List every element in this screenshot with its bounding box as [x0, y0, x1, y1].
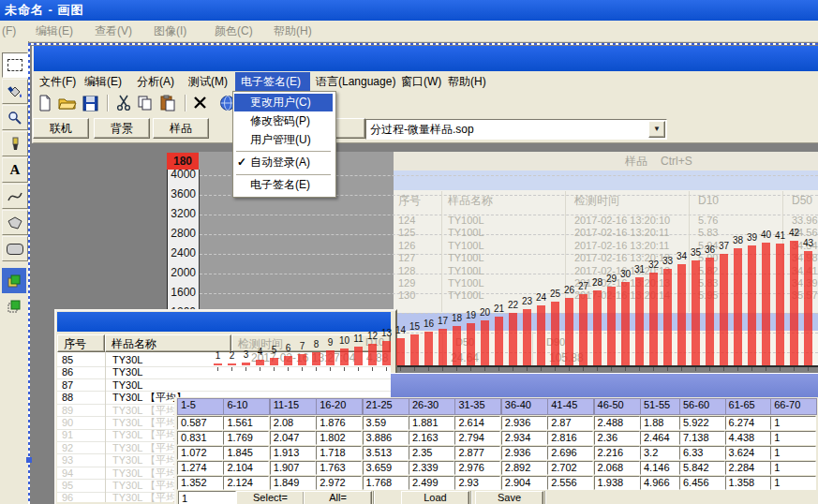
load-button[interactable]: Load	[401, 491, 469, 504]
data-cell[interactable]: 1.763	[316, 461, 362, 475]
data-cell[interactable]: 2.976	[454, 461, 500, 475]
controls-separator-3	[544, 491, 546, 504]
data-column-header[interactable]: 41-45	[547, 398, 594, 415]
data-cell[interactable]: 2.614	[454, 416, 500, 430]
menu-separator-1	[236, 151, 331, 152]
data-cell[interactable]: 1.907	[270, 461, 316, 475]
save-data-button[interactable]: Save	[475, 491, 543, 504]
data-column-header[interactable]: 61-65	[725, 398, 772, 415]
data-cell[interactable]: 2.972	[316, 476, 362, 490]
controls-separator-1	[373, 491, 375, 504]
data-cell[interactable]: 3.886	[363, 431, 409, 445]
data-cell[interactable]: 2.934	[501, 431, 547, 445]
data-column-header[interactable]: 11-15	[270, 398, 317, 415]
data-cell[interactable]: 2.08	[270, 416, 316, 430]
data-cell[interactable]: 3.59	[363, 416, 409, 430]
data-cell[interactable]: 6.33	[679, 446, 725, 460]
data-cell[interactable]: 5.922	[679, 416, 725, 430]
data-cell[interactable]: 2.104	[223, 461, 269, 475]
data-column-header[interactable]: 1-5	[177, 398, 224, 415]
data-cell[interactable]: 1.561	[223, 416, 269, 430]
data-cell[interactable]: 1.876	[316, 416, 362, 430]
data-column-header[interactable]: 46-50	[594, 398, 641, 415]
data-cell[interactable]: 1	[770, 461, 816, 475]
menu-item-user-management[interactable]: 用户管理(U)	[250, 134, 311, 145]
data-cell[interactable]: 1.718	[316, 446, 362, 460]
menu-item-change-password[interactable]: 修改密码(P)	[250, 115, 310, 126]
data-cell[interactable]: 1.881	[409, 416, 454, 430]
data-column-header[interactable]: 6-10	[223, 398, 270, 415]
menu-item-autologin[interactable]: 自动登录(A)	[250, 156, 310, 168]
data-cell[interactable]: 2.556	[547, 476, 593, 490]
select-all-button[interactable]: All=	[304, 491, 372, 504]
data-cell[interactable]: 2.499	[409, 476, 454, 490]
data-cell[interactable]: 1	[770, 431, 816, 445]
data-column-header[interactable]: 56-60	[679, 398, 726, 415]
data-cell[interactable]: 3.513	[363, 446, 409, 460]
data-cell[interactable]: 2.816	[547, 431, 593, 445]
data-cell[interactable]: 2.35	[409, 446, 454, 460]
data-cell[interactable]: 2.339	[409, 461, 454, 475]
menu-separator-2	[236, 174, 331, 175]
data-cell[interactable]: 2.284	[725, 461, 771, 475]
menu-item-autologin-check: ✓	[237, 156, 246, 168]
data-column-header[interactable]: 21-25	[363, 398, 409, 415]
data-cell[interactable]: 2.068	[594, 461, 640, 475]
data-cell[interactable]: 1.768	[363, 476, 409, 490]
data-cell[interactable]: 1.358	[725, 476, 771, 490]
data-cell[interactable]: 2.36	[594, 431, 640, 445]
data-cell[interactable]: 2.904	[501, 476, 547, 490]
data-cell[interactable]: 2.216	[594, 446, 640, 460]
data-cell[interactable]: 6.274	[725, 416, 771, 430]
select-rows-button[interactable]: Select=	[236, 491, 305, 504]
menu-item-change-user[interactable]: 更改用户(C)	[234, 94, 333, 111]
data-cell[interactable]: 2.936	[501, 446, 547, 460]
data-cell[interactable]: 2.794	[454, 431, 500, 445]
row-count-input[interactable]: 1	[178, 491, 236, 504]
data-column-header[interactable]: 31-35	[454, 398, 501, 415]
data-column-header[interactable]: 26-30	[409, 398, 455, 415]
data-cell[interactable]: 2.047	[270, 431, 316, 445]
data-cell[interactable]: 1	[770, 476, 816, 490]
data-cell[interactable]: 6.456	[679, 476, 725, 490]
data-cell[interactable]: 1.274	[177, 461, 223, 475]
menu-item-esign[interactable]: 电子签名(E)	[250, 179, 310, 190]
data-cell[interactable]: 2.93	[454, 476, 500, 490]
data-cell[interactable]: 3.624	[725, 446, 771, 460]
data-cell[interactable]: 1.072	[177, 446, 223, 460]
data-cell[interactable]: 2.124	[223, 476, 269, 490]
data-cell[interactable]: 1.938	[594, 476, 640, 490]
data-column-header[interactable]: 36-40	[501, 398, 548, 415]
data-cell[interactable]: 2.696	[547, 446, 593, 460]
data-cell[interactable]: 2.163	[409, 431, 454, 445]
data-cell[interactable]: 4.438	[725, 431, 771, 445]
data-column-header[interactable]: 16-20	[316, 398, 363, 415]
data-cell[interactable]: 5.842	[679, 461, 725, 475]
controls-separator-2	[470, 491, 472, 504]
data-cell[interactable]: 1.802	[316, 431, 362, 445]
menu-item-change-user-label: 更改用户(C)	[250, 96, 311, 108]
data-cell[interactable]: 2.488	[594, 416, 640, 430]
data-grid-layer: 1-56-1011-1516-2021-2526-3031-3536-4041-…	[0, 0, 818, 504]
data-cell[interactable]: 1	[770, 416, 816, 430]
data-cell[interactable]: 0.831	[177, 431, 223, 445]
data-cell[interactable]: 3.659	[363, 461, 409, 475]
data-cell[interactable]: 7.138	[679, 431, 725, 445]
data-cell[interactable]: 2.702	[547, 461, 593, 475]
data-cell[interactable]: 2.877	[454, 446, 500, 460]
data-cell[interactable]: 2.936	[501, 416, 547, 430]
data-column-header[interactable]: 66-70	[770, 398, 817, 415]
data-cell[interactable]: 1.913	[270, 446, 316, 460]
data-cell[interactable]: 2.892	[501, 461, 547, 475]
data-cell[interactable]: 1	[770, 446, 816, 460]
data-cell[interactable]: 1.845	[223, 446, 269, 460]
data-cell[interactable]: 0.587	[177, 416, 223, 430]
data-cell[interactable]: 1.849	[270, 476, 316, 490]
data-cell[interactable]: 2.87	[547, 416, 593, 430]
data-cell[interactable]: 1.769	[223, 431, 269, 445]
data-cell[interactable]: 1.352	[177, 476, 223, 490]
